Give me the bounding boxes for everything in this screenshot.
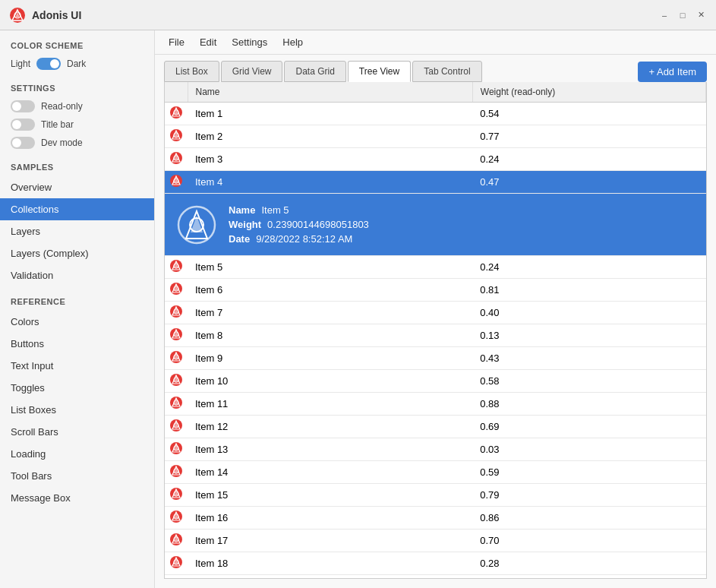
row-name: Item 14 <box>188 461 472 484</box>
table-row[interactable]: Item 19 0.23 <box>165 575 706 579</box>
table-row[interactable]: Item 8 0.13 <box>165 324 706 347</box>
row-name: Item 12 <box>188 416 472 438</box>
row-name: Item 11 <box>188 393 472 416</box>
row-name: Item 9 <box>188 347 472 370</box>
item-icon <box>169 327 183 341</box>
table-row[interactable]: Item 13 0.03 <box>165 438 706 461</box>
sidebar-item-collections[interactable]: Collections <box>0 198 154 220</box>
item-icon <box>169 441 183 455</box>
table-row[interactable]: Item 10 0.58 <box>165 370 706 393</box>
item-icon <box>169 106 183 119</box>
table-row[interactable]: Item 6 0.81 <box>165 279 706 302</box>
tab-tree-view[interactable]: Tree View <box>348 61 411 82</box>
row-name: Item 2 <box>188 125 472 148</box>
table-row[interactable]: Item 16 0.86 <box>165 507 706 530</box>
sidebar-item-text-input[interactable]: Text Input <box>0 355 154 377</box>
table-row[interactable]: Item 9 0.43 <box>165 347 706 370</box>
row-weight: 0.03 <box>472 438 705 461</box>
row-icon-cell <box>165 302 188 324</box>
menu-help[interactable]: Help <box>275 33 311 51</box>
toggle-knob <box>12 138 21 147</box>
item-icon <box>169 396 183 409</box>
sidebar-item-validation[interactable]: Validation <box>0 264 154 286</box>
row-weight: 0.70 <box>472 530 705 552</box>
table-row[interactable]: Item 2 0.77 <box>165 125 706 148</box>
table-row[interactable]: Item 11 0.88 <box>165 393 706 416</box>
row-weight: 0.24 <box>472 256 705 279</box>
dark-label: Dark <box>67 58 86 69</box>
row-icon-cell <box>165 324 188 347</box>
sidebar-item-colors[interactable]: Colors <box>0 311 154 333</box>
color-scheme-label: COLOR SCHEME <box>0 30 154 55</box>
sidebar-item-overview[interactable]: Overview <box>0 176 154 198</box>
table-row[interactable]: Item 15 0.79 <box>165 484 706 507</box>
tab-tab-control[interactable]: Tab Control <box>412 61 481 82</box>
row-icon-cell <box>165 347 188 370</box>
item-icon <box>169 487 183 501</box>
menu-edit[interactable]: Edit <box>192 33 224 51</box>
tabs-row: List Box Grid View Data Grid Tree View T… <box>155 55 716 82</box>
grid-scroll[interactable]: Name Weight (read-only) Item 1 0.54 <box>165 82 706 578</box>
row-weight: 0.40 <box>472 302 705 324</box>
row-name: Item 5 <box>188 256 472 279</box>
row-weight: 0.47 <box>472 171 705 194</box>
add-item-button[interactable]: + Add Item <box>638 62 707 82</box>
title-bar: Adonis UI – □ ✕ <box>0 0 716 30</box>
table-row[interactable]: Item 5 0.24 <box>165 256 706 279</box>
row-icon-cell <box>165 552 188 575</box>
menu-file[interactable]: File <box>161 33 192 51</box>
table-row[interactable]: Item 4 0.47 <box>165 171 706 194</box>
minimize-button[interactable]: – <box>658 9 670 21</box>
sidebar-item-buttons[interactable]: Buttons <box>0 333 154 355</box>
light-label: Light <box>11 58 30 69</box>
col-name-header: Name <box>188 82 472 103</box>
tab-list-box[interactable]: List Box <box>164 61 219 82</box>
sidebar-item-toggles[interactable]: Toggles <box>0 377 154 399</box>
titlebar-toggle[interactable] <box>11 119 35 131</box>
item-icon <box>169 533 183 546</box>
item-icon <box>169 464 183 478</box>
row-name: Item 1 <box>188 103 472 125</box>
app-body: COLOR SCHEME Light Dark SETTINGS Read-on… <box>0 30 716 588</box>
maximize-button[interactable]: □ <box>677 9 689 21</box>
sidebar-item-loading[interactable]: Loading <box>0 443 154 465</box>
content-area: File Edit Settings Help List Box Grid Vi… <box>155 30 716 588</box>
sidebar-item-layers[interactable]: Layers <box>0 220 154 242</box>
expanded-weight-value: 0.23900144698051803 <box>267 219 369 230</box>
table-row[interactable]: Item 18 0.28 <box>165 552 706 575</box>
sidebar-item-tool-bars[interactable]: Tool Bars <box>0 465 154 487</box>
expanded-detail-row: Name Item 5 Weight 0.23900144698051803 D… <box>165 194 706 256</box>
row-name: Item 6 <box>188 279 472 302</box>
devmode-toggle[interactable] <box>11 137 35 149</box>
sidebar-item-scroll-bars[interactable]: Scroll Bars <box>0 421 154 443</box>
table-row[interactable]: Item 14 0.59 <box>165 461 706 484</box>
color-scheme-toggle[interactable] <box>36 58 61 70</box>
row-icon-cell <box>165 484 188 507</box>
row-weight: 0.28 <box>472 552 705 575</box>
menu-settings[interactable]: Settings <box>224 33 275 51</box>
toggle-knob <box>12 102 21 111</box>
row-icon-cell <box>165 530 188 552</box>
devmode-row: Dev mode <box>0 134 154 152</box>
row-weight: 0.24 <box>472 148 705 171</box>
tab-data-grid[interactable]: Data Grid <box>284 61 345 82</box>
table-row[interactable]: Item 17 0.70 <box>165 530 706 552</box>
table-row[interactable]: Item 1 0.54 <box>165 103 706 125</box>
close-button[interactable]: ✕ <box>695 9 707 21</box>
table-row[interactable]: Item 3 0.24 <box>165 148 706 171</box>
sidebar-item-list-boxes[interactable]: List Boxes <box>0 399 154 421</box>
table-body: Item 1 0.54 Item 2 0.77 Item 3 0.24 <box>165 103 706 579</box>
item-icon <box>169 305 183 318</box>
row-icon-cell <box>165 256 188 279</box>
expanded-name-label: Name <box>229 204 255 216</box>
row-name: Item 7 <box>188 302 472 324</box>
sidebar-item-layers-complex[interactable]: Layers (Complex) <box>0 242 154 264</box>
item-icon <box>169 419 183 432</box>
table-row[interactable]: Item 7 0.40 <box>165 302 706 324</box>
expanded-date-label: Date <box>229 233 250 245</box>
readonly-toggle[interactable] <box>11 100 35 112</box>
row-weight: 0.79 <box>472 484 705 507</box>
tab-grid-view[interactable]: Grid View <box>221 61 283 82</box>
table-row[interactable]: Item 12 0.69 <box>165 416 706 438</box>
sidebar-item-message-box[interactable]: Message Box <box>0 487 154 509</box>
